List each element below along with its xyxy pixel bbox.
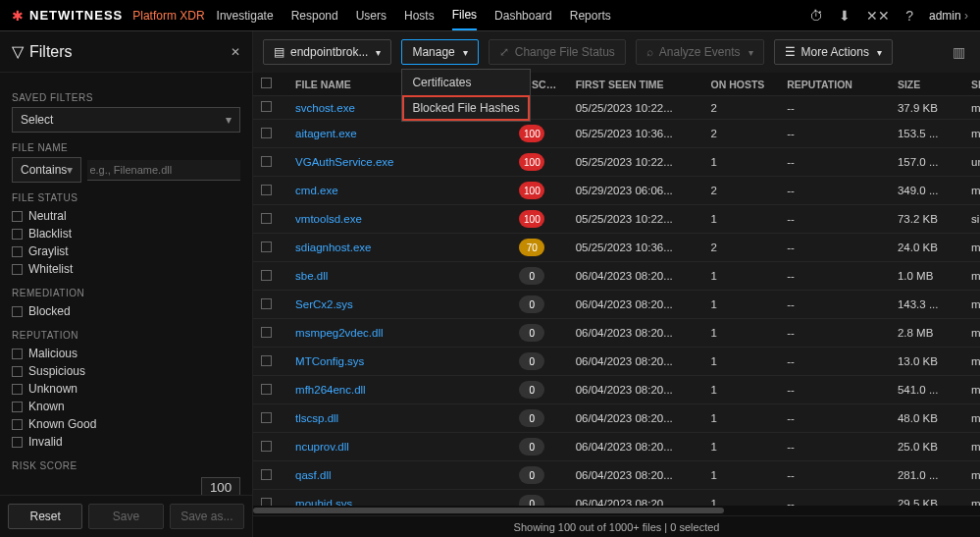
file-link[interactable]: svchost.exe [295, 102, 355, 114]
table-row[interactable]: vmtoolsd.exe10005/25/2023 10:22...1--73.… [253, 205, 980, 234]
menu-item-certificates[interactable]: Certificates [402, 70, 529, 95]
nav-files[interactable]: Files [452, 1, 477, 30]
file-link[interactable]: vmtoolsd.exe [295, 213, 362, 225]
service-select[interactable]: ▤ endpointbrok... [263, 39, 391, 65]
checkbox-icon[interactable] [261, 213, 272, 224]
table-row[interactable]: ncuprov.dll006/04/2023 08:20...1--25.0 K… [253, 433, 980, 461]
horizontal-scrollbar[interactable] [253, 506, 980, 515]
checkbox-icon[interactable] [261, 469, 272, 480]
checkbox-icon[interactable] [261, 156, 272, 167]
file-link[interactable]: ncuprov.dll [295, 441, 349, 453]
nav-hosts[interactable]: Hosts [404, 2, 435, 29]
file-status-graylist[interactable]: Graylist [12, 242, 240, 260]
file-status-blacklist[interactable]: Blacklist [12, 225, 240, 242]
nav-reports[interactable]: Reports [570, 2, 611, 29]
table-row[interactable]: qasf.dll006/04/2023 08:20...1--281.0 ...… [253, 461, 980, 490]
tools-icon[interactable]: ✕✕ [866, 8, 890, 24]
table-row[interactable]: svchost.exe05/25/2023 10:22...2--37.9 KB… [253, 96, 980, 120]
cell-hosts: 2 [703, 120, 780, 148]
checkbox-icon[interactable] [261, 327, 272, 338]
table-row[interactable]: cmd.exe10005/29/2023 06:06...2--349.0 ..… [253, 177, 980, 205]
checkbox-label: Blocked [28, 304, 71, 318]
save-button[interactable]: Save [88, 504, 163, 529]
manage-button[interactable]: Manage [401, 39, 478, 65]
reputation-known-good[interactable]: Known Good [12, 415, 240, 433]
table-row[interactable]: sdiagnhost.exe7005/25/2023 10:36...2--24… [253, 234, 980, 262]
checkbox-icon[interactable] [261, 185, 272, 195]
table-row[interactable]: msmpeg2vdec.dll006/04/2023 08:20...1--2.… [253, 319, 980, 348]
checkbox-icon[interactable] [261, 355, 272, 366]
cell-first-seen: 05/25/2023 10:22... [568, 148, 703, 177]
reputation-invalid[interactable]: Invalid [12, 433, 240, 451]
file-link[interactable]: qasf.dll [295, 469, 331, 481]
checkbox-icon[interactable] [261, 270, 272, 281]
checkbox-icon[interactable] [261, 101, 272, 112]
table-row[interactable]: mouhid.sys006/04/2023 08:20...1--29.5 KB… [253, 490, 980, 507]
col-on-hosts[interactable]: ON HOSTS [703, 73, 780, 96]
score-badge: 0 [519, 352, 544, 370]
checkbox-icon[interactable] [261, 441, 272, 452]
file-name-input[interactable] [87, 160, 240, 181]
file-link[interactable]: msmpeg2vdec.dll [295, 327, 383, 339]
col-check[interactable] [253, 73, 287, 96]
checkbox-icon[interactable] [261, 384, 272, 395]
menu-item-blocked-hashes[interactable]: Blocked File Hashes [402, 95, 529, 121]
table-row[interactable]: tlscsp.dll006/04/2023 08:20...1--48.0 KB… [253, 404, 980, 433]
checkbox-icon[interactable] [261, 498, 272, 507]
table-row[interactable]: aitagent.exe10005/25/2023 10:36...2--153… [253, 120, 980, 148]
nav-respond[interactable]: Respond [291, 2, 338, 29]
file-link[interactable]: VGAuthService.exe [295, 156, 393, 168]
file-link[interactable]: SerCx2.sys [295, 298, 353, 310]
save-as-button[interactable]: Save as... [170, 504, 244, 529]
reputation-unknown[interactable]: Unknown [12, 380, 240, 398]
table-row[interactable]: MTConfig.sys006/04/2023 08:20...1--13.0 … [253, 348, 980, 376]
remediation-blocked[interactable]: Blocked [12, 302, 240, 320]
nav-investigate[interactable]: Investigate [217, 2, 274, 29]
file-link[interactable]: sdiagnhost.exe [295, 242, 371, 253]
col-first-seen-time[interactable]: FIRST SEEN TIME [568, 73, 703, 96]
download-icon[interactable]: ⬇ [839, 8, 851, 24]
saved-filters-select[interactable]: Select [12, 107, 240, 133]
checkbox-icon[interactable] [261, 78, 272, 88]
reputation-malicious[interactable]: Malicious [12, 345, 240, 362]
file-link[interactable]: sbe.dll [295, 270, 328, 282]
checkbox-icon[interactable] [261, 412, 272, 423]
col-signature[interactable]: SIGNATURE [963, 73, 980, 96]
file-link[interactable]: mfh264enc.dll [295, 384, 366, 396]
cell-size: 25.0 KB [890, 433, 963, 461]
reputation-known[interactable]: Known [12, 398, 240, 415]
table-row[interactable]: sbe.dll006/04/2023 08:20...1--1.0 MBmicr… [253, 262, 980, 291]
col-reputation[interactable]: REPUTATION [779, 73, 890, 96]
risk-max-input[interactable] [201, 477, 240, 495]
file-link[interactable]: cmd.exe [295, 185, 337, 196]
change-status-button[interactable]: ⤢ Change File Status [489, 39, 626, 65]
checkbox-icon[interactable] [261, 298, 272, 309]
file-link[interactable]: MTConfig.sys [295, 355, 364, 367]
file-name-mode-select[interactable]: Contains [12, 157, 81, 183]
reset-button[interactable]: Reset [8, 504, 82, 529]
file-status-whitelist[interactable]: Whitelist [12, 260, 240, 278]
col-size[interactable]: SIZE [890, 73, 963, 96]
table-row[interactable]: VGAuthService.exe10005/25/2023 10:22...1… [253, 148, 980, 177]
close-icon[interactable]: ✕ [231, 45, 240, 59]
file-link[interactable]: tlscsp.dll [295, 412, 338, 424]
help-icon[interactable]: ? [905, 8, 913, 24]
checkbox-icon [12, 384, 23, 395]
more-actions-button[interactable]: ☰ More Actions [774, 39, 893, 65]
table-row[interactable]: SerCx2.sys006/04/2023 08:20...1--143.3 .… [253, 291, 980, 319]
table-row[interactable]: mfh264enc.dll006/04/2023 08:20...1--541.… [253, 376, 980, 404]
nav-users[interactable]: Users [356, 2, 387, 29]
file-link[interactable]: mouhid.sys [295, 498, 352, 506]
file-link[interactable]: aitagent.exe [295, 128, 357, 139]
checkbox-icon [12, 211, 23, 222]
nav-dashboard[interactable]: Dashboard [494, 2, 552, 29]
checkbox-icon[interactable] [261, 128, 272, 138]
remediation-label: REMEDIATION [12, 288, 240, 298]
checkbox-icon[interactable] [261, 242, 272, 252]
user-menu[interactable]: admin [929, 9, 968, 23]
timer-icon[interactable]: ⏱ [809, 8, 823, 24]
reputation-suspicious[interactable]: Suspicious [12, 362, 240, 380]
file-status-neutral[interactable]: Neutral [12, 207, 240, 225]
columns-button[interactable]: ▥ [948, 39, 970, 65]
analyze-button[interactable]: ⌕ Analyze Events [636, 39, 764, 65]
